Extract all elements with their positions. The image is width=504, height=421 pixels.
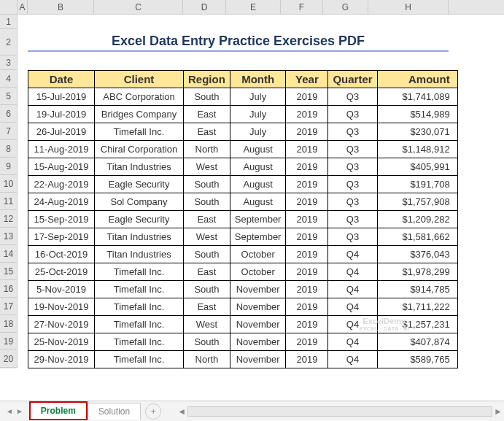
- col-header-g[interactable]: G: [323, 0, 368, 14]
- cell-date[interactable]: 26-Jul-2019: [28, 123, 95, 141]
- cell-amount[interactable]: $914,785: [377, 281, 457, 298]
- cell-region[interactable]: East: [184, 211, 230, 228]
- row-header-18[interactable]: 18: [0, 315, 18, 333]
- col-header-a[interactable]: A: [18, 0, 28, 14]
- cell-date[interactable]: 22-Aug-2019: [28, 176, 95, 193]
- table-row[interactable]: 15-Jul-2019ABC CorporationSouthJuly2019Q…: [28, 88, 458, 106]
- row-header-17[interactable]: 17: [0, 298, 18, 315]
- cell-quarter[interactable]: Q3: [328, 141, 377, 158]
- cell-region[interactable]: West: [184, 158, 230, 176]
- cell-client[interactable]: Timefall Inc.: [95, 123, 184, 141]
- cell-date[interactable]: 5-Nov-2019: [28, 281, 95, 298]
- cell-quarter[interactable]: Q3: [328, 158, 377, 176]
- cell-month[interactable]: November: [230, 281, 286, 298]
- cell-amount[interactable]: $1,148,912: [377, 141, 457, 158]
- cell-year[interactable]: 2019: [286, 333, 328, 351]
- col-header-d[interactable]: D: [183, 0, 226, 14]
- cell-client[interactable]: ABC Corporation: [95, 88, 184, 106]
- cell-quarter[interactable]: Q3: [328, 88, 377, 106]
- cell-quarter[interactable]: Q3: [328, 211, 377, 228]
- scroll-left-icon[interactable]: ◄: [176, 406, 187, 417]
- cell-month[interactable]: July: [230, 123, 286, 141]
- cell-quarter[interactable]: Q4: [328, 333, 377, 351]
- cell-amount[interactable]: $1,711,222: [377, 298, 457, 316]
- cell-month[interactable]: October: [230, 263, 286, 281]
- cell-year[interactable]: 2019: [286, 316, 328, 333]
- cell-region[interactable]: South: [184, 333, 230, 351]
- table-row[interactable]: 25-Nov-2019Timefall Inc.SouthNovember201…: [28, 333, 458, 351]
- cell-region[interactable]: South: [184, 281, 230, 298]
- cell-year[interactable]: 2019: [286, 106, 328, 123]
- cell-date[interactable]: 15-Aug-2019: [28, 158, 95, 176]
- cell-client[interactable]: Timefall Inc.: [95, 263, 184, 281]
- cell-date[interactable]: 25-Nov-2019: [28, 333, 95, 351]
- cell-amount[interactable]: $191,708: [377, 176, 457, 193]
- header-amount[interactable]: Amount: [377, 71, 457, 88]
- cell-client[interactable]: Titan Industries: [95, 158, 184, 176]
- cell-quarter[interactable]: Q3: [328, 193, 377, 211]
- col-header-f[interactable]: F: [281, 0, 323, 14]
- col-header-b[interactable]: B: [28, 0, 94, 14]
- cell-client[interactable]: Titan Industries: [95, 228, 184, 246]
- cell-quarter[interactable]: Q3: [328, 106, 377, 123]
- cell-amount[interactable]: $405,991: [377, 158, 457, 176]
- add-sheet-button[interactable]: +: [145, 403, 161, 420]
- cell-date[interactable]: 25-Oct-2019: [28, 263, 95, 281]
- cell-year[interactable]: 2019: [286, 263, 328, 281]
- cell-year[interactable]: 2019: [286, 158, 328, 176]
- table-row[interactable]: 29-Nov-2019Timefall Inc.NorthNovember201…: [28, 351, 458, 368]
- cell-region[interactable]: North: [184, 351, 230, 368]
- cell-quarter[interactable]: Q4: [328, 263, 377, 281]
- table-row[interactable]: 16-Oct-2019Titan IndustriesSouthOctober2…: [28, 246, 458, 263]
- cell-region[interactable]: West: [184, 316, 230, 333]
- scroll-right-icon[interactable]: ►: [492, 406, 504, 417]
- cell-client[interactable]: Timefall Inc.: [95, 316, 184, 333]
- header-date[interactable]: Date: [28, 71, 95, 88]
- row-header-13[interactable]: 13: [0, 228, 18, 245]
- cell-region[interactable]: East: [184, 106, 230, 123]
- row-header-14[interactable]: 14: [0, 245, 18, 263]
- tab-solution[interactable]: Solution: [88, 403, 141, 420]
- cell-amount[interactable]: $1,741,089: [377, 88, 457, 106]
- table-row[interactable]: 15-Aug-2019Titan IndustriesWestAugust201…: [28, 158, 458, 176]
- cell-date[interactable]: 19-Jul-2019: [28, 106, 95, 123]
- cell-amount[interactable]: $1,257,231: [377, 316, 457, 333]
- header-region[interactable]: Region: [184, 71, 230, 88]
- cell-region[interactable]: West: [184, 228, 230, 246]
- cell-client[interactable]: Timefall Inc.: [95, 298, 184, 316]
- cell-date[interactable]: 16-Oct-2019: [28, 246, 95, 263]
- horizontal-scrollbar[interactable]: [187, 406, 492, 417]
- cell-month[interactable]: November: [230, 351, 286, 368]
- cell-month[interactable]: September: [230, 228, 286, 246]
- cell-amount[interactable]: $589,765: [377, 351, 457, 368]
- cell-year[interactable]: 2019: [286, 351, 328, 368]
- cell-month[interactable]: August: [230, 176, 286, 193]
- cell-amount[interactable]: $514,989: [377, 106, 457, 123]
- cell-month[interactable]: November: [230, 298, 286, 316]
- header-month[interactable]: Month: [230, 71, 286, 88]
- cell-amount[interactable]: $230,071: [377, 123, 457, 141]
- row-header-16[interactable]: 16: [0, 280, 18, 298]
- header-quarter[interactable]: Quarter: [328, 71, 377, 88]
- cell-year[interactable]: 2019: [286, 193, 328, 211]
- cell-region[interactable]: South: [184, 246, 230, 263]
- table-row[interactable]: 11-Aug-2019Chiral CorporationNorthAugust…: [28, 141, 458, 158]
- tab-nav-buttons[interactable]: ◄►: [0, 407, 29, 415]
- row-header-11[interactable]: 11: [0, 193, 18, 210]
- select-all-corner[interactable]: [0, 0, 18, 14]
- cell-client[interactable]: Timefall Inc.: [95, 333, 184, 351]
- col-header-e[interactable]: E: [226, 0, 281, 14]
- table-row[interactable]: 25-Oct-2019Timefall Inc.EastOctober2019Q…: [28, 263, 458, 281]
- row-header-3[interactable]: 3: [0, 55, 18, 70]
- cell-year[interactable]: 2019: [286, 211, 328, 228]
- cell-month[interactable]: July: [230, 106, 286, 123]
- cell-date[interactable]: 17-Sep-2019: [28, 228, 95, 246]
- col-header-c[interactable]: C: [94, 0, 183, 14]
- table-row[interactable]: 22-Aug-2019Eagle SecuritySouthAugust2019…: [28, 176, 458, 193]
- cell-date[interactable]: 15-Sep-2019: [28, 211, 95, 228]
- cell-client[interactable]: Timefall Inc.: [95, 281, 184, 298]
- row-header-10[interactable]: 10: [0, 175, 18, 193]
- cell-region[interactable]: East: [184, 123, 230, 141]
- row-header-9[interactable]: 9: [0, 158, 18, 175]
- cell-year[interactable]: 2019: [286, 281, 328, 298]
